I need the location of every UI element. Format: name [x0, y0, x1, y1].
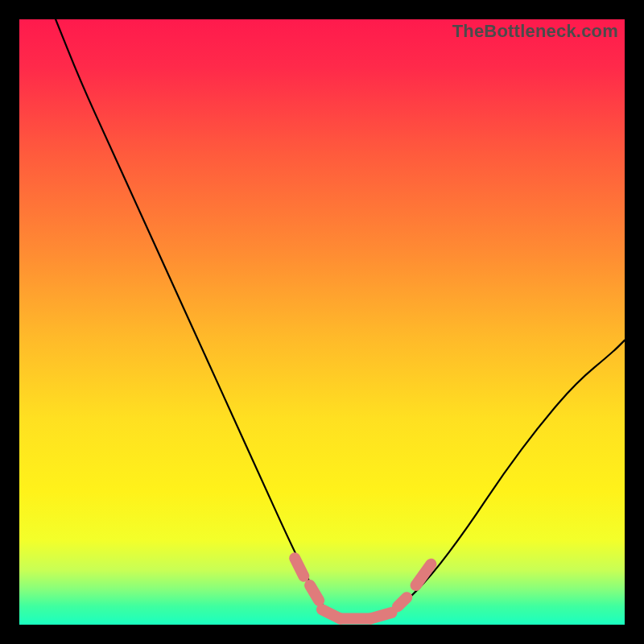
valley-marker	[295, 558, 303, 576]
curve-svg	[19, 19, 625, 625]
bottleneck-curve	[56, 19, 625, 619]
watermark-text: TheBottleneck.com	[452, 21, 618, 42]
valley-marker	[370, 613, 391, 619]
chart-frame: TheBottleneck.com	[0, 0, 644, 644]
valley-marker	[310, 585, 319, 601]
valley-markers	[295, 558, 431, 618]
valley-marker	[398, 597, 407, 606]
valley-marker	[416, 564, 431, 585]
plot-area: TheBottleneck.com	[19, 19, 625, 625]
